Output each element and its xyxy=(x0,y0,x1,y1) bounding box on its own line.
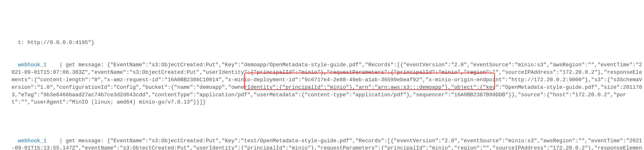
log-message: get message: {"EventName":"s3:ObjectCrea… xyxy=(12,138,642,150)
service-name: webhook_1 xyxy=(18,62,46,68)
log-message: get message: {"EventName":"s3:ObjectCrea… xyxy=(12,62,642,105)
log-prefix-tail: t: http://0.0.0.0:4195"} xyxy=(18,40,94,46)
log-entry-1: t: http://0.0.0.0:4195"} webhook_1 | get… xyxy=(12,32,644,106)
log-separator: | xyxy=(46,138,62,144)
log-separator: | xyxy=(46,62,62,68)
service-name: webhook_1 xyxy=(18,138,46,144)
log-entry-2: webhook_1 | get message: {"EventName":"s… xyxy=(12,130,644,150)
